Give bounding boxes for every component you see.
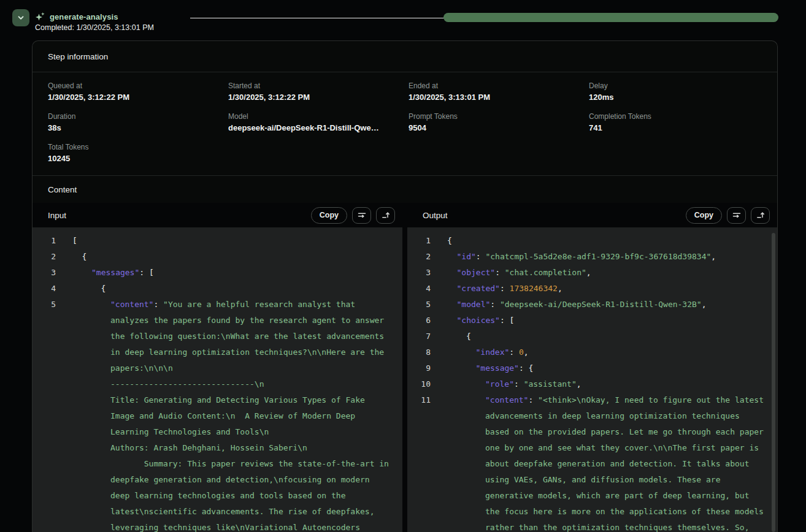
field-value: 1/30/2025, 3:12:22 PM [228, 93, 401, 102]
wrap-text-icon [357, 210, 367, 220]
line-number: 8 [417, 344, 431, 360]
code-content: { [447, 329, 777, 344]
arrow-up-to-line-icon [756, 210, 766, 220]
input-copy-button[interactable]: Copy [311, 207, 347, 224]
code-line: 10"role": "assistant", [407, 376, 777, 392]
field-label: Delay [589, 82, 762, 90]
code-line: 3"object": "chat.completion", [407, 265, 777, 281]
code-line: 4"created": 1738246342, [407, 281, 777, 297]
line-number: 3 [42, 265, 56, 281]
input-code-viewer[interactable]: 1[2{3"messages": [4{5"content": "You are… [33, 227, 402, 532]
chevron-down-icon [17, 13, 25, 22]
field-label: Model [228, 112, 401, 121]
field-value: 741 [589, 123, 762, 132]
field-queued-at: Queued at1/30/2025, 3:12:22 PM [48, 82, 221, 102]
field-value: 10245 [48, 154, 221, 163]
field-label: Started at [228, 82, 401, 90]
output-panel-header: Output Copy [407, 203, 777, 227]
sparkles-icon [35, 12, 45, 22]
code-content: "message": { [447, 360, 777, 376]
code-content: "role": "assistant", [447, 376, 777, 392]
code-content: "index": 0, [447, 344, 777, 360]
output-code-viewer[interactable]: 1{2"id": "chatcmpl-5a5d2e8e-adf1-9329-bf… [407, 227, 777, 532]
field-model: Modeldeepseek-ai/DeepSeek-R1-Distill-Qwe… [228, 112, 401, 132]
step-detail-panel: Step information Queued at1/30/2025, 3:1… [32, 40, 778, 532]
code-line: 6"choices": [ [407, 313, 777, 329]
code-line: 11"content": "<think>\nOkay, I need to f… [407, 392, 777, 532]
line-number: 11 [417, 392, 431, 532]
line-number: 7 [417, 329, 431, 344]
code-content: "id": "chatcmpl-5a5d2e8e-adf1-9329-bf9c-… [447, 249, 777, 265]
timeline-duration-bar [443, 13, 778, 22]
completed-timestamp: Completed: 1/30/2025, 3:13:01 PM [35, 23, 154, 32]
output-expand-button[interactable] [751, 207, 770, 224]
line-number: 9 [417, 360, 431, 376]
line-number: 1 [42, 233, 56, 249]
input-panel-header: Input Copy [33, 203, 402, 227]
code-content: "messages": [ [72, 265, 402, 281]
code-line: 1{ [407, 233, 777, 249]
field-ended-at: Ended at1/30/2025, 3:13:01 PM [409, 82, 581, 102]
input-wrap-text-button[interactable] [352, 207, 371, 224]
content-header: Content [33, 175, 777, 203]
field-value: deepseek-ai/DeepSeek-R1-Distill-Qwe… [228, 123, 401, 132]
wrap-text-icon [732, 210, 742, 220]
code-line: 7{ [407, 329, 777, 344]
field-started-at: Started at1/30/2025, 3:12:22 PM [228, 82, 401, 102]
step-information-header: Step information [33, 41, 777, 72]
output-copy-button[interactable]: Copy [686, 207, 722, 224]
code-content: "content": "You are a helpful research a… [72, 297, 402, 532]
code-line: 5"content": "You are a helpful research … [33, 297, 402, 532]
code-content: "created": 1738246342, [447, 281, 777, 297]
step-title: generate-analysis [50, 12, 118, 21]
field-value: 1/30/2025, 3:13:01 PM [409, 93, 581, 102]
code-line: 3"messages": [ [33, 265, 402, 281]
arrow-up-to-line-icon [381, 210, 391, 220]
field-label: Completion Tokens [589, 112, 762, 121]
output-scrollbar-thumb[interactable] [772, 233, 775, 532]
output-title: Output [423, 211, 448, 220]
code-line: 4{ [33, 281, 402, 297]
code-content: [ [72, 233, 402, 249]
line-number: 3 [417, 265, 431, 281]
code-line: 1[ [33, 233, 402, 249]
output-wrap-text-button[interactable] [727, 207, 746, 224]
code-content: { [72, 249, 402, 265]
line-number: 5 [42, 297, 56, 532]
code-line: 2"id": "chatcmpl-5a5d2e8e-adf1-9329-bf9c… [407, 249, 777, 265]
output-panel: Output Copy [407, 203, 777, 532]
input-title: Input [48, 211, 66, 220]
field-value: 9504 [409, 123, 581, 132]
line-number: 4 [417, 281, 431, 297]
field-total-tokens: Total Tokens10245 [48, 143, 221, 163]
field-label: Queued at [48, 82, 221, 90]
field-prompt-tokens: Prompt Tokens9504 [409, 112, 581, 132]
code-content: { [72, 281, 402, 297]
line-number: 10 [417, 376, 431, 392]
input-panel: Input Copy [33, 203, 402, 532]
step-header: generate-analysis Completed: 1/30/2025, … [0, 0, 806, 38]
line-number: 2 [417, 249, 431, 265]
line-number: 6 [417, 313, 431, 329]
field-label: Ended at [409, 82, 581, 90]
field-completion-tokens: Completion Tokens741 [589, 112, 762, 132]
step-information-fields: Queued at1/30/2025, 3:12:22 PMStarted at… [33, 72, 777, 175]
input-output-split: Input Copy [33, 203, 777, 532]
field-duration: Duration38s [48, 112, 221, 132]
code-content: "model": "deepseek-ai/DeepSeek-R1-Distil… [447, 297, 777, 313]
code-content: "object": "chat.completion", [447, 265, 777, 281]
collapse-step-button[interactable] [12, 9, 29, 26]
line-number: 1 [417, 233, 431, 249]
line-number: 4 [42, 281, 56, 297]
code-line: 2{ [33, 249, 402, 265]
trace-step-page: generate-analysis Completed: 1/30/2025, … [0, 0, 806, 532]
field-label: Total Tokens [48, 143, 221, 151]
code-line: 9"message": { [407, 360, 777, 376]
input-expand-button[interactable] [376, 207, 395, 224]
code-line: 8"index": 0, [407, 344, 777, 360]
field-label: Prompt Tokens [409, 112, 581, 121]
timeline-track [190, 18, 778, 18]
field-value: 1/30/2025, 3:12:22 PM [48, 93, 221, 102]
code-line: 5"model": "deepseek-ai/DeepSeek-R1-Disti… [407, 297, 777, 313]
line-number: 2 [42, 249, 56, 265]
